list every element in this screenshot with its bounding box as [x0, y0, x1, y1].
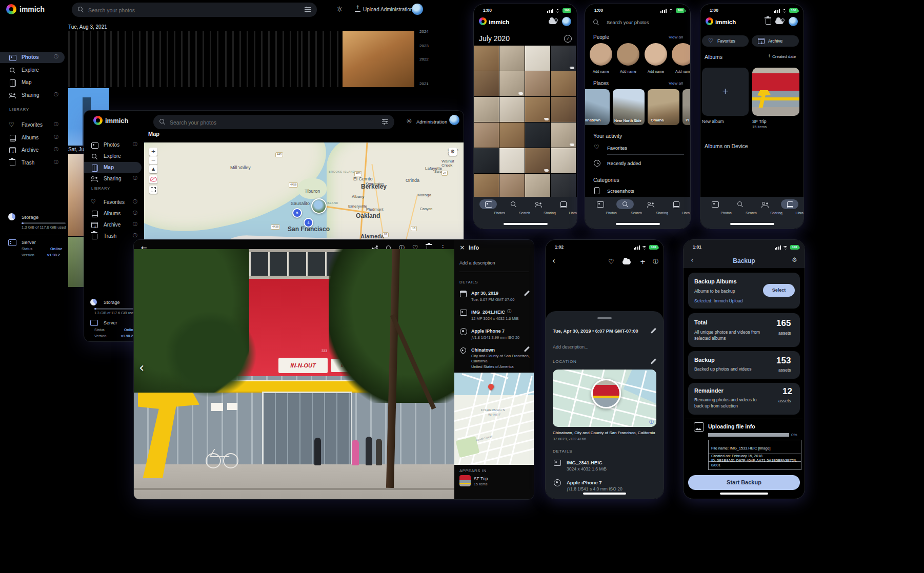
location-mini-map[interactable]: ⓘ: [553, 370, 656, 427]
map-compass-button[interactable]: ▲: [149, 165, 157, 173]
photo-thumbnail[interactable]: [525, 122, 550, 148]
photo-thumbnail[interactable]: [499, 148, 525, 173]
search-bar[interactable]: [153, 115, 394, 129]
administration-link[interactable]: Administration: [380, 7, 413, 13]
photo-viewer-image[interactable]: [546, 269, 664, 311]
avatar[interactable]: [412, 4, 423, 15]
add-to-album-plus-icon[interactable]: +: [640, 258, 646, 265]
backup-cloud-icon[interactable]: [775, 19, 784, 24]
map-fullscreen-button[interactable]: [149, 186, 157, 194]
search-bar[interactable]: [72, 3, 317, 17]
map-zoom-out-button[interactable]: −: [149, 156, 157, 165]
map-cluster-marker[interactable]: 5: [292, 208, 302, 218]
photo-thumbnail[interactable]: [499, 71, 525, 96]
photo-thumbnail[interactable]: [474, 46, 499, 71]
sidebar-item-albums[interactable]: Albums ⓘ: [0, 132, 65, 144]
photo-thumbnail[interactable]: [551, 71, 576, 96]
view-all-link[interactable]: View all: [669, 35, 682, 39]
photo-thumbnail[interactable]: [110, 31, 151, 87]
filter-sliders-icon[interactable]: [382, 119, 388, 125]
add-description-field[interactable]: Add a description: [459, 261, 495, 265]
location-mini-map[interactable]: FISHERMAN'S WHARF Beach Street: [454, 373, 534, 465]
sidebar-item-photos[interactable]: Photos ⓘ: [84, 139, 142, 151]
trash-icon[interactable]: [766, 19, 771, 25]
photo-viewer-image[interactable]: 333 IN-N-OUT IN-N-OUT: [134, 249, 454, 499]
add-name-link[interactable]: Add name: [675, 70, 691, 73]
settings-gear-icon[interactable]: ⚙: [792, 257, 797, 263]
avatar[interactable]: [449, 115, 459, 125]
select-all-check-icon[interactable]: ✓: [564, 35, 572, 43]
screenshots-row[interactable]: Screenshots: [607, 189, 634, 194]
sidebar-item-map[interactable]: Map: [84, 162, 142, 173]
edit-date-pencil-icon[interactable]: [651, 328, 656, 333]
favorites-row[interactable]: Favorites: [607, 146, 627, 151]
place-card[interactable]: Near North Side: [613, 89, 645, 125]
view-all-link[interactable]: View all: [669, 81, 682, 86]
photo-thumbnail[interactable]: [551, 148, 576, 173]
upload-icon[interactable]: ↑: [355, 5, 360, 12]
theme-toggle-icon[interactable]: ☼: [406, 118, 412, 125]
upload-button[interactable]: Upload: [363, 7, 379, 13]
photo-thumbnail[interactable]: [525, 97, 550, 122]
favorites-pill-button[interactable]: ♡ Favorites: [702, 35, 749, 47]
map-photo-marker[interactable]: [311, 198, 327, 214]
map-zoom-in-button[interactable]: +: [149, 148, 157, 156]
sidebar-item-explore[interactable]: Explore: [84, 151, 142, 162]
sidebar-item-map[interactable]: Map: [0, 77, 65, 88]
album-thumbnail[interactable]: [459, 475, 471, 486]
photo-thumbnail[interactable]: [499, 97, 525, 122]
search-input[interactable]: [169, 115, 339, 130]
theme-toggle-icon[interactable]: ☼: [336, 6, 343, 13]
map-settings-gear-button[interactable]: ⚙: [449, 148, 457, 156]
sidebar-item-archive[interactable]: Archive ⓘ: [0, 145, 65, 156]
photo-thumbnail[interactable]: [551, 122, 576, 148]
info-icon[interactable]: ⓘ: [653, 259, 658, 264]
edit-location-pencil-icon[interactable]: [524, 346, 529, 352]
sidebar-item-favorites[interactable]: ♡ Favorites ⓘ: [84, 197, 142, 208]
photo-thumbnail[interactable]: [499, 122, 525, 148]
administration-link[interactable]: Administration: [416, 119, 447, 125]
recently-added-row[interactable]: Recently added: [607, 161, 641, 166]
sidebar-item-explore[interactable]: Explore: [0, 65, 65, 76]
edit-date-pencil-icon[interactable]: [524, 291, 529, 296]
map-hide-markers-button[interactable]: [149, 175, 157, 183]
photo-thumbnail[interactable]: [551, 97, 576, 122]
photo-thumbnail[interactable]: [474, 174, 499, 197]
photo-thumbnail[interactable]: [474, 71, 499, 96]
photo-thumbnail[interactable]: [225, 31, 300, 87]
timeline-scrubber[interactable]: 2024 2023 2022 2021: [417, 26, 438, 92]
filter-sliders-icon[interactable]: [305, 7, 311, 12]
archive-pill-button[interactable]: Archive: [752, 35, 799, 47]
previous-photo-chevron[interactable]: ‹: [139, 361, 144, 374]
photo-thumbnail[interactable]: [499, 46, 525, 71]
place-card[interactable]: Omaha: [648, 89, 679, 125]
favorite-heart-icon[interactable]: ♡: [608, 258, 614, 265]
coordinates[interactable]: 37.8079, -122.4166: [553, 437, 586, 441]
sidebar-item-archive[interactable]: Archive ⓘ: [84, 219, 142, 231]
place-card[interactable]: Chinatown: [585, 89, 610, 125]
search-input[interactable]: [87, 3, 261, 18]
photo-thumbnail[interactable]: [474, 122, 499, 148]
photo-thumbnail[interactable]: [343, 31, 414, 87]
sheet-drag-handle[interactable]: [597, 317, 612, 319]
sort-order-button[interactable]: Created date: [772, 55, 796, 59]
photo-thumbnail[interactable]: [525, 174, 550, 197]
album-name[interactable]: SF Trip: [474, 477, 488, 481]
person-face[interactable]: [590, 43, 612, 66]
add-description-field[interactable]: Add description...: [553, 345, 589, 350]
avatar[interactable]: [562, 17, 571, 26]
photo-thumbnail[interactable]: [301, 31, 342, 87]
person-face[interactable]: [672, 43, 691, 66]
sidebar-item-sharing[interactable]: Sharing ⓘ: [0, 90, 65, 101]
photo-thumbnail[interactable]: [551, 174, 576, 197]
add-name-link[interactable]: Add name: [593, 70, 609, 73]
sidebar-item-favorites[interactable]: ♡ Favorites ⓘ: [0, 119, 65, 131]
new-album-card[interactable]: +: [702, 68, 749, 116]
start-backup-button[interactable]: Start Backup: [688, 475, 800, 490]
backup-cloud-icon[interactable]: [549, 19, 557, 24]
photo-thumbnail[interactable]: [68, 31, 109, 87]
photo-thumbnail[interactable]: [474, 97, 499, 122]
map-photo-marker[interactable]: [591, 379, 621, 408]
photo-thumbnail[interactable]: [525, 71, 550, 96]
close-icon[interactable]: ×: [459, 244, 465, 251]
